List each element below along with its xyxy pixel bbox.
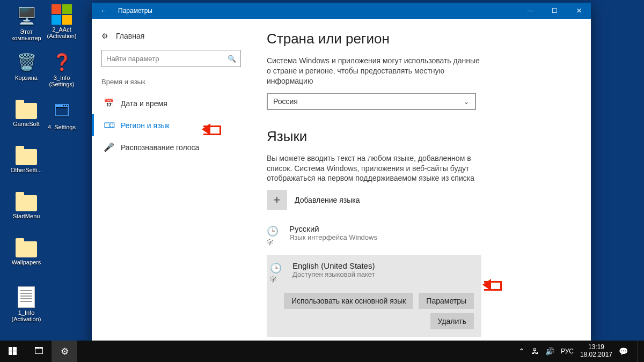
nav-item-label: Регион и язык <box>121 121 170 130</box>
input-language-indicator[interactable]: РУС <box>561 348 574 355</box>
language-options-button[interactable]: Параметры <box>419 293 474 309</box>
icon-label: 2_AAct (Activation) <box>42 26 82 39</box>
nav-category: Время и язык <box>92 76 251 92</box>
language-item-russian[interactable]: 🕒字 Русский Язык интерфейса Windows <box>267 220 564 253</box>
nav-item-datetime[interactable]: 📅 Дата и время <box>92 92 251 114</box>
desktop-icon-aact[interactable]: 2_AAct (Activation) <box>42 4 82 39</box>
titlebar[interactable]: ← Параметры — ☐ ✕ <box>92 3 591 19</box>
nav-item-region-language[interactable]: 🀵 Регион и язык <box>92 114 251 136</box>
text-file-icon <box>18 286 35 308</box>
show-desktop-button[interactable] <box>638 341 641 362</box>
window-title: Параметры <box>116 7 518 14</box>
annotation-arrow-left <box>196 122 222 136</box>
language-glyph-icon: 🕒字 <box>267 224 282 248</box>
folder-icon <box>16 195 37 211</box>
icon-label: Корзина <box>6 75 46 81</box>
language-item-english-selected[interactable]: 🕒字 English (United States) Доступен язык… <box>267 255 481 337</box>
icon-label: GameSoft <box>6 121 46 127</box>
settings-window: ← Параметры — ☐ ✕ ⚙ Главная Найти параме… <box>92 3 591 344</box>
heading-languages: Языки <box>267 128 564 145</box>
language-icon: 🀵 <box>104 120 113 130</box>
minimize-button[interactable]: — <box>518 3 543 19</box>
microphone-icon: 🎤 <box>104 142 113 152</box>
start-button[interactable] <box>0 341 26 362</box>
folder-icon <box>16 241 37 257</box>
nav-item-label: Распознавание голоса <box>121 143 199 152</box>
taskbar-clock[interactable]: 13:19 18.02.2017 <box>580 344 612 359</box>
add-language-label: Добавление языка <box>295 196 360 204</box>
tray-network-icon[interactable]: 🖧 <box>531 347 539 356</box>
country-combobox[interactable]: Россия ⌄ <box>267 93 476 110</box>
icon-label: 3_Info (Settings) <box>42 75 82 87</box>
search-icon: 🔍 <box>228 55 236 63</box>
add-language-button[interactable]: + Добавление языка <box>267 190 564 210</box>
set-default-button[interactable]: Использовать как основной язык <box>284 293 413 309</box>
task-view-button[interactable]: 🗔 <box>26 341 52 362</box>
icon-label: OtherSetti... <box>6 167 46 173</box>
back-button[interactable]: ← <box>92 3 116 19</box>
clock-date: 18.02.2017 <box>580 351 612 359</box>
desktop-icon-othersettings[interactable]: OtherSetti... <box>6 146 46 173</box>
svg-rect-0 <box>9 347 12 351</box>
desktop-icon-startmenu[interactable]: StartMenu <box>6 192 46 219</box>
maximize-button[interactable]: ☐ <box>543 3 567 19</box>
region-description: Система Windows и приложения могут испол… <box>267 56 481 86</box>
desktop-icon-this-pc[interactable]: 🖥️ Этот компьютер <box>6 4 46 41</box>
heading-region: Страна или регион <box>267 31 564 47</box>
language-name: Русский <box>289 224 377 233</box>
tray-chevron-up-icon[interactable]: ⌃ <box>518 347 525 356</box>
icon-label: Этот компьютер <box>6 28 46 41</box>
windows-start-icon <box>9 347 17 356</box>
icon-label: 1_Info (Activation) <box>6 309 46 322</box>
calendar-icon: 📅 <box>104 98 113 108</box>
tray-volume-icon[interactable]: 🔊 <box>545 347 554 356</box>
desktop-icon-settings4[interactable]: 🗔 4_Settings <box>42 100 82 130</box>
svg-rect-1 <box>13 347 17 351</box>
chevron-down-icon: ⌄ <box>463 97 470 106</box>
icon-label: Wallpapers <box>6 259 46 265</box>
nav-home[interactable]: ⚙ Главная <box>92 27 251 45</box>
recycle-bin-icon: 🗑️ <box>15 50 38 73</box>
help-icon: ❓ <box>50 50 73 73</box>
icon-label: StartMenu <box>6 213 46 219</box>
languages-description: Вы можете вводить текст на любом языке, … <box>267 153 481 184</box>
language-name: English (United States) <box>292 261 375 270</box>
plus-icon: + <box>267 190 287 210</box>
nav-item-speech[interactable]: 🎤 Распознавание голоса <box>92 136 251 158</box>
language-subtitle: Язык интерфейса Windows <box>289 233 377 241</box>
svg-rect-3 <box>13 351 17 355</box>
close-button[interactable]: ✕ <box>567 3 591 19</box>
search-placeholder: Найти параметр <box>106 55 159 63</box>
computer-icon: 🖥️ <box>15 4 38 27</box>
nav-item-label: Дата и время <box>121 99 167 108</box>
settings-nav: ⚙ Главная Найти параметр 🔍 Время и язык … <box>92 19 251 344</box>
nav-home-label: Главная <box>116 32 144 40</box>
icon-label: 4_Settings <box>42 124 82 130</box>
desktop-icon-recycle[interactable]: 🗑️ Корзина <box>6 50 46 81</box>
folder-icon <box>16 149 37 165</box>
combobox-value: Россия <box>273 97 298 106</box>
language-glyph-icon: 🕒字 <box>270 261 285 285</box>
taskbar-app-settings[interactable]: ⚙ <box>52 341 77 362</box>
desktop-icon-info1[interactable]: 1_Info (Activation) <box>6 286 46 322</box>
taskbar: 🗔 ⚙ ⌃ 🖧 🔊 РУС 13:19 18.02.2017 💬 <box>0 341 644 362</box>
action-center-icon[interactable]: 💬 <box>619 347 628 356</box>
remove-language-button[interactable]: Удалить <box>430 313 474 329</box>
windows-logo-icon <box>52 4 72 25</box>
svg-rect-2 <box>9 351 12 355</box>
desktop-icon-info3[interactable]: ❓ 3_Info (Settings) <box>42 50 82 87</box>
settings-main: Страна или регион Система Windows и прил… <box>251 19 591 344</box>
desktop-icon-wallpapers[interactable]: Wallpapers <box>6 238 46 265</box>
search-input[interactable]: Найти параметр 🔍 <box>101 50 241 67</box>
desktop-icon-gamesoft[interactable]: GameSoft <box>6 100 46 127</box>
annotation-arrow-right <box>477 278 502 292</box>
clock-time: 13:19 <box>580 344 612 351</box>
settings-shortcut-icon: 🗔 <box>50 100 73 122</box>
language-subtitle: Доступен языковой пакет <box>292 270 375 278</box>
folder-icon <box>16 103 37 119</box>
gear-icon: ⚙ <box>101 32 108 40</box>
